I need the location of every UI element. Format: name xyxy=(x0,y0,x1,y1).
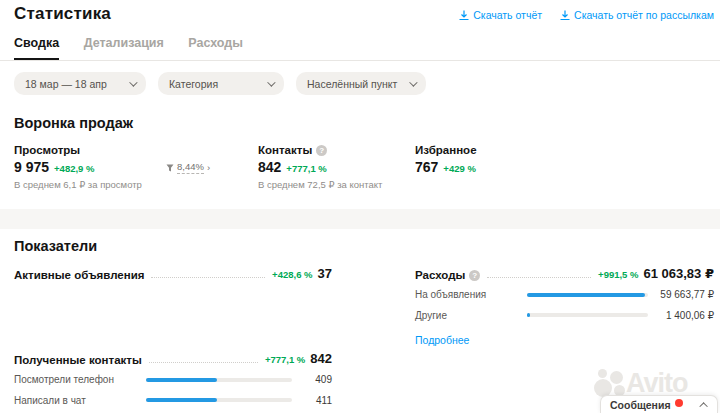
download-report-link[interactable]: Скачать отчёт xyxy=(459,9,542,21)
metric-contacts: Контакты ? 842 +777,1 % В среднем 72,5 ₽… xyxy=(258,144,382,190)
active-ads-row: Активные объявления +428,6 % 37 xyxy=(14,266,332,281)
filters-bar: 18 мар — 18 апр Категория Населённый пун… xyxy=(14,72,720,95)
bar-track xyxy=(146,398,292,402)
received-contacts-label: Полученные контакты xyxy=(14,354,142,366)
statistics-page: Статистика Скачать отчёт Скачать отчёт п… xyxy=(0,0,720,413)
date-range-value: 18 мар — 18 апр xyxy=(25,78,107,90)
views-to-contacts-conversion[interactable]: 8,44% › xyxy=(166,161,210,174)
header-links: Скачать отчёт Скачать отчёт по рассылкам xyxy=(459,9,714,21)
row-label: Другие xyxy=(415,310,527,322)
received-contacts-rows: Посмотрели телефон 409 Написали в чат 41… xyxy=(14,374,332,413)
row-value: 1 400,06 ₽ xyxy=(648,310,714,321)
download-report-label: Скачать отчёт xyxy=(473,9,542,21)
metric-favorites-value: 767 xyxy=(415,159,438,175)
info-icon[interactable]: ? xyxy=(316,145,327,156)
metric-contacts-value: 842 xyxy=(258,159,281,175)
metric-views-label: Просмотры xyxy=(14,144,142,156)
indicators-left-column: Активные объявления +428,6 % 37 Полученн… xyxy=(14,266,332,413)
category-value: Категория xyxy=(169,78,218,90)
expenses-row-ads: На объявления 59 663,77 ₽ xyxy=(415,289,714,301)
metric-contacts-label: Контакты xyxy=(258,144,312,156)
row-value: 59 663,77 ₽ xyxy=(648,289,714,300)
row-label: Посмотрели телефон xyxy=(14,374,146,386)
metric-favorites: Избранное 767 +429 % xyxy=(415,144,477,175)
dotted-leader xyxy=(149,362,258,363)
expenses-rows: На объявления 59 663,77 ₽ Другие 1 400,0… xyxy=(415,289,714,321)
location-value: Населённый пункт xyxy=(307,78,397,90)
tab-expenses[interactable]: Расходы xyxy=(188,36,243,58)
dotted-leader xyxy=(151,277,265,278)
date-range-filter[interactable]: 18 мар — 18 апр xyxy=(14,72,146,95)
info-icon[interactable]: ? xyxy=(469,270,480,281)
row-label: На объявления xyxy=(415,289,527,301)
location-filter[interactable]: Населённый пункт xyxy=(296,72,426,95)
chevron-down-icon xyxy=(129,78,137,86)
bar-track xyxy=(527,293,648,297)
bar-fill xyxy=(527,293,645,297)
received-contacts-delta: +777,1 % xyxy=(265,354,305,365)
expenses-details-link[interactable]: Подробнее xyxy=(415,334,469,346)
unread-badge xyxy=(675,399,683,407)
bar-fill xyxy=(146,378,217,382)
expenses-value: 61 063,83 ₽ xyxy=(644,266,715,281)
section-divider xyxy=(0,209,720,229)
download-mailing-report-label: Скачать отчёт по рассылкам xyxy=(574,9,714,21)
chevron-right-icon: › xyxy=(207,162,210,173)
active-ads-delta: +428,6 % xyxy=(272,269,312,280)
indicators-columns: Активные объявления +428,6 % 37 Полученн… xyxy=(14,266,720,413)
expenses-block: Расходы ? +991,5 % 61 063,83 ₽ На объявл… xyxy=(415,266,714,348)
expenses-delta: +991,5 % xyxy=(598,269,638,280)
category-filter[interactable]: Категория xyxy=(158,72,284,95)
metric-contacts-delta: +777,1 % xyxy=(286,163,326,174)
received-contacts-header: Полученные контакты +777,1 % 842 xyxy=(14,351,332,366)
metric-views: Просмотры 9 975 +482,9 % В среднем 6,1 ₽… xyxy=(14,144,142,190)
received-contacts-block: Полученные контакты +777,1 % 842 Посмотр… xyxy=(14,351,332,413)
row-label: Написали в чат xyxy=(14,395,146,407)
metric-views-note: В среднем 6,1 ₽ за просмотр xyxy=(14,179,142,190)
messenger-widget[interactable]: Сообщения xyxy=(600,395,718,413)
conversion-value: 8,44% xyxy=(177,161,204,174)
sales-funnel-title: Воронка продаж xyxy=(14,115,720,131)
download-mailing-report-link[interactable]: Скачать отчёт по рассылкам xyxy=(560,9,714,21)
dotted-leader xyxy=(487,277,591,278)
chevron-down-icon xyxy=(267,78,275,86)
active-ads-label: Активные объявления xyxy=(14,269,144,281)
metric-favorites-label: Избранное xyxy=(415,144,477,156)
messenger-label: Сообщения xyxy=(610,399,671,411)
contacts-row-chat: Написали в чат 411 xyxy=(14,395,332,407)
funnel-icon xyxy=(166,164,174,172)
bar-track xyxy=(146,378,292,382)
bar-fill xyxy=(527,313,530,317)
active-ads-value: 37 xyxy=(318,266,332,281)
indicators-title: Показатели xyxy=(14,238,720,254)
received-contacts-value: 842 xyxy=(310,351,332,366)
bar-fill xyxy=(146,398,217,402)
contacts-row-phone: Посмотрели телефон 409 xyxy=(14,374,332,386)
row-value: 409 xyxy=(292,374,332,385)
row-value: 411 xyxy=(292,395,332,406)
download-icon xyxy=(459,10,469,21)
bar-track xyxy=(527,313,648,317)
download-icon xyxy=(560,10,570,21)
metric-contacts-note: В среднем 72,5 ₽ за контакт xyxy=(258,179,382,190)
tab-detailing[interactable]: Детализация xyxy=(84,36,164,58)
metric-views-delta: +482,9 % xyxy=(54,163,94,174)
chevron-up-icon xyxy=(699,402,707,410)
expenses-header: Расходы ? +991,5 % 61 063,83 ₽ xyxy=(415,266,714,281)
tab-summary[interactable]: Сводка xyxy=(14,36,59,60)
sales-funnel-metrics: Просмотры 9 975 +482,9 % В среднем 6,1 ₽… xyxy=(14,144,720,200)
metric-favorites-delta: +429 % xyxy=(443,163,476,174)
metric-views-value: 9 975 xyxy=(14,159,49,175)
chevron-down-icon xyxy=(409,78,417,86)
expenses-row-other: Другие 1 400,06 ₽ xyxy=(415,310,714,322)
tabs: Сводка Детализация Расходы xyxy=(0,33,720,61)
expenses-label: Расходы xyxy=(415,269,465,281)
